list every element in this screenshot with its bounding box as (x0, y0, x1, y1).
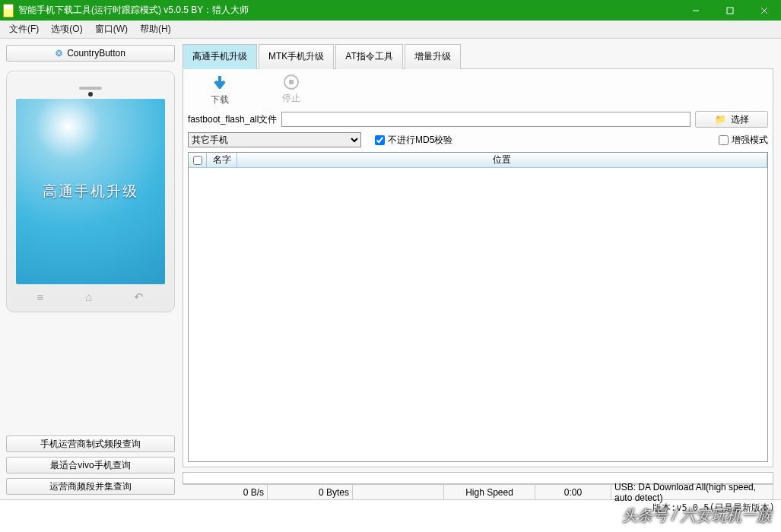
status-speed: 0 B/s (183, 485, 268, 499)
sidebar: ❂ CountryButton 高通手机升级 ≡ ⌂ ↶ 手机运营商制式频段查询… (0, 39, 181, 499)
phone-sensor (88, 92, 93, 97)
browse-label: 选择 (731, 113, 749, 126)
stop-icon (283, 74, 300, 90)
version-bar: 版本:v5.0.5(已是最新版本) (0, 499, 781, 516)
skip-md5-label: 不进行MD5校验 (388, 134, 452, 147)
menubar: 文件(F) 选项(O) 窗口(W) 帮助(H) (0, 21, 781, 39)
tab-mtk[interactable]: MTK手机升级 (259, 44, 334, 69)
menu-file[interactable]: 文件(F) (3, 21, 45, 38)
sidebar-btn-vivo-query[interactable]: 最适合vivo手机查询 (6, 457, 175, 473)
tab-qualcomm[interactable]: 高通手机升级 (183, 44, 257, 69)
download-button[interactable]: 下载 (211, 74, 229, 106)
file-path-input[interactable] (281, 112, 691, 127)
nav-back-icon: ↶ (134, 290, 144, 304)
phone-screen-caption: 高通手机升级 (43, 182, 138, 201)
enhanced-mode-checkbox[interactable]: 增强模式 (719, 134, 768, 147)
status-usb: USB: DA Download All(high speed, auto de… (611, 485, 773, 499)
main-pane: 高通手机升级 MTK手机升级 AT指令工具 增量升级 下载 停止 fastboo… (181, 39, 781, 499)
stop-label: 停止 (282, 92, 300, 105)
phone-preview: 高通手机升级 ≡ ⌂ ↶ (6, 71, 175, 312)
skip-md5-input[interactable] (375, 135, 385, 145)
app-icon (3, 4, 14, 17)
tab-at[interactable]: AT指令工具 (335, 44, 402, 69)
table-header: 名字 位置 (189, 153, 767, 168)
column-name[interactable]: 名字 (207, 153, 237, 167)
device-dropdown[interactable]: 其它手机 (188, 132, 361, 147)
svg-rect-1 (727, 8, 733, 14)
sidebar-btn-band-union-query[interactable]: 运营商频段并集查询 (6, 478, 175, 495)
menu-options[interactable]: 选项(O) (45, 21, 88, 38)
country-button-label: CountryButton (67, 48, 125, 59)
minimize-button[interactable] (678, 0, 713, 21)
menu-help[interactable]: 帮助(H) (134, 21, 177, 38)
file-label: fastboot_flash_all文件 (188, 113, 277, 126)
nav-home-icon: ⌂ (85, 290, 92, 304)
status-mode: High Speed (444, 485, 535, 499)
enhanced-mode-input[interactable] (719, 135, 729, 145)
sidebar-btn-carrier-band-query[interactable]: 手机运营商制式频段查询 (6, 435, 175, 452)
tab-content: 下载 停止 fastboot_flash_all文件 📁 选择 其它手机 (183, 69, 773, 467)
window-title: 智能手机下载工具(运行时跟踪模式) v5.0.5 BY：猎人大师 (18, 4, 249, 17)
skip-md5-checkbox[interactable]: 不进行MD5校验 (375, 134, 452, 147)
status-empty (353, 485, 444, 499)
menu-window[interactable]: 窗口(W) (89, 21, 134, 38)
select-all-column[interactable] (189, 153, 207, 167)
titlebar: 智能手机下载工具(运行时跟踪模式) v5.0.5 BY：猎人大师 (0, 0, 781, 21)
browse-button[interactable]: 📁 选择 (695, 111, 768, 128)
maximize-button[interactable] (713, 0, 747, 21)
tab-incremental[interactable]: 增量升级 (405, 44, 461, 69)
stop-button: 停止 (282, 74, 300, 106)
statusbar: 0 B/s 0 Bytes High Speed 0:00 USB: DA Do… (183, 484, 773, 499)
download-label: 下载 (211, 93, 229, 106)
tabstrip: 高通手机升级 MTK手机升级 AT指令工具 增量升级 (183, 43, 773, 69)
phone-screen: 高通手机升级 (16, 99, 165, 284)
phone-speaker (79, 87, 102, 90)
country-button[interactable]: ❂ CountryButton (6, 45, 175, 62)
status-time: 0:00 (535, 485, 611, 499)
column-location[interactable]: 位置 (237, 153, 767, 167)
status-bytes: 0 Bytes (268, 485, 353, 499)
folder-icon: 📁 (715, 114, 726, 125)
enhanced-mode-label: 增强模式 (732, 134, 768, 147)
download-arrow-icon (211, 74, 229, 92)
close-button[interactable] (747, 0, 781, 21)
svg-rect-5 (289, 80, 294, 84)
partition-table: 名字 位置 (188, 152, 768, 462)
phone-navkeys: ≡ ⌂ ↶ (16, 290, 165, 304)
nav-menu-icon: ≡ (37, 290, 44, 304)
select-all-checkbox[interactable] (193, 156, 202, 165)
globe-icon: ❂ (56, 49, 62, 59)
